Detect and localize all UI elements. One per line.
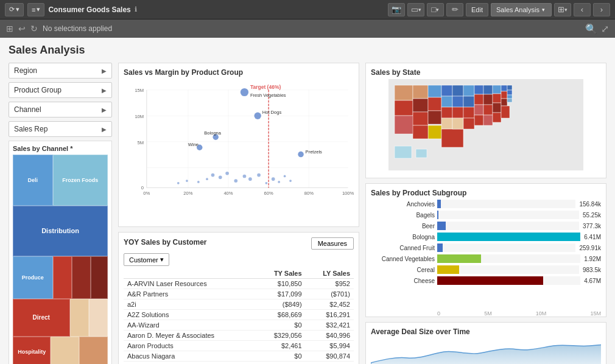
page-button[interactable]: □ ▾ [427, 3, 444, 16]
region-filter[interactable]: Region ▶ [9, 63, 112, 79]
scatter-svg: Target (46%) 15M 10M 5M 0 0% 20% 40% 60%… [124, 79, 354, 210]
pencil-button[interactable]: ✏ [446, 3, 463, 16]
left-panel: Region ▶ Product Group ▶ Channel ▶ Sales… [9, 63, 112, 364]
treemap-frozen-foods[interactable]: Frozen Foods [53, 155, 108, 206]
bar-value: 983.5k [583, 267, 601, 273]
search-button[interactable]: 🔍 [585, 23, 597, 35]
table-header-row: YOY Sales by Customer Measures [124, 237, 354, 250]
table-row[interactable]: AA-Wizard $0 $32,421 [124, 320, 354, 331]
customer-name: A&R Partners [124, 289, 256, 299]
bar-fill [437, 265, 459, 274]
bar-fill [437, 200, 441, 208]
svg-rect-49 [395, 85, 413, 100]
bar-row[interactable]: Cereal 983.5k [371, 265, 601, 274]
treemap-block4 [70, 299, 89, 337]
expand-icon[interactable]: ⊞ [6, 24, 13, 33]
list-menu-button[interactable]: ≡ ▾ [27, 3, 44, 16]
treemap-direct[interactable]: Direct [13, 299, 70, 337]
content-grid: Region ▶ Product Group ▶ Channel ▶ Sales… [9, 63, 606, 357]
measures-button[interactable]: Measures [311, 237, 354, 250]
product-group-filter[interactable]: Product Group ▶ [9, 82, 112, 98]
treemap-block2 [72, 256, 91, 299]
bar-row[interactable]: Canned Fruit 259.91k [371, 243, 601, 252]
bar-fill [437, 243, 443, 252]
svg-point-32 [211, 173, 215, 177]
svg-point-40 [272, 177, 275, 181]
table-row[interactable]: A-ARVIN Laser Resources $10,850 $952 [124, 279, 354, 289]
table-row[interactable]: a2i ($849) $2,452 [124, 299, 354, 310]
treemap-block5 [89, 299, 108, 337]
svg-point-22 [241, 88, 248, 96]
forward-icon[interactable]: ↻ [30, 24, 38, 33]
bar-chart-section: Sales by Product Subgroup Anchovies 156.… [365, 183, 606, 317]
bar-fill [437, 211, 438, 219]
chevron-icon: ▾ [564, 7, 568, 13]
info-icon[interactable]: ℹ [135, 5, 137, 13]
edit-button[interactable]: Edit [466, 3, 488, 16]
bar-row[interactable]: Bologna 6.41M [371, 233, 601, 241]
col-header-ly: LY Sales [306, 268, 354, 279]
svg-point-38 [257, 173, 261, 177]
channel-filter[interactable]: Channel ▶ [9, 102, 112, 117]
sales-rep-filter[interactable]: Sales Rep ▶ [9, 121, 112, 137]
treemap-block3 [91, 256, 108, 299]
bar-chart-area: Anchovies 156.84k Bagels 55.25k Beer 377… [371, 200, 601, 309]
main-content: Sales Analysis Region ▶ Product Group ▶ … [0, 38, 615, 364]
customer-dropdown[interactable]: Customer ▾ [124, 253, 169, 266]
ty-sales: $329,056 [256, 331, 305, 341]
data-table: TY Sales LY Sales A-ARVIN Laser Resource… [124, 268, 354, 362]
refresh-icon: ⟳ [9, 5, 15, 13]
bar-label: Canned Vegetables [371, 256, 435, 262]
svg-rect-67 [463, 107, 474, 118]
table-row[interactable]: Abacus Niagara $0 $90,874 [124, 351, 354, 362]
bar-label: Cheese [371, 278, 435, 284]
scatter-section: Sales vs Margin by Product Group [118, 63, 359, 227]
bar-axis: 0 5M 10M 15M [371, 310, 601, 317]
bar-track [437, 254, 580, 263]
channel-chart: Sales by Channel * Deli Frozen Foods Dis… [9, 141, 112, 364]
table-row[interactable]: Aaron Products $2,461 $5,994 [124, 341, 354, 351]
svg-rect-87 [507, 99, 512, 102]
treemap-produce[interactable]: Produce [13, 256, 53, 299]
bar-value: 4.67M [584, 278, 601, 284]
back-icon[interactable]: ↩ [18, 24, 26, 33]
channel-label: Channel [14, 105, 41, 114]
table-row[interactable]: A&R Partners $17,099 ($701) [124, 289, 354, 299]
yoy-table-title: YOY Sales by Customer [124, 238, 207, 247]
treemap-deli[interactable]: Deli [13, 155, 53, 206]
monitor-button[interactable]: ▭ ▾ [407, 3, 424, 16]
svg-point-41 [278, 181, 280, 183]
svg-point-45 [177, 182, 180, 184]
bar-row[interactable]: Anchovies 156.84k [371, 200, 601, 208]
svg-text:Fresh Vegetables: Fresh Vegetables [250, 93, 286, 98]
treemap-hospitality[interactable]: Hospitality [13, 337, 51, 364]
treemap-distribution[interactable]: Distribution [13, 206, 108, 257]
treemap-block7 [79, 337, 108, 364]
camera-button[interactable]: 📷 [388, 3, 405, 16]
table-row[interactable]: Aaron D. Meyer & Associates $329,056 $40… [124, 331, 354, 341]
bar-track [437, 265, 579, 274]
bar-row[interactable]: Bagels 55.25k [371, 211, 601, 219]
sales-rep-label: Sales Rep [14, 125, 47, 133]
map-area [371, 79, 601, 170]
grid-icon: ⊞ [558, 5, 564, 14]
bar-row[interactable]: Canned Vegetables 1.92M [371, 254, 601, 263]
selection-bar: ⊞ ↩ ↻ No selections applied 🔍 ⤢ [0, 19, 615, 38]
right-panel: Sales by State [365, 63, 606, 364]
bar-row[interactable]: Cheese 4.67M [371, 276, 601, 285]
nav-fwd-button[interactable]: › [593, 3, 610, 16]
view-icon-btn[interactable]: ⊞ ▾ [554, 3, 571, 16]
svg-point-30 [298, 152, 303, 157]
svg-rect-63 [452, 96, 463, 107]
app-title: Consumer Goods Sales [48, 5, 130, 14]
nav-back-button[interactable]: ‹ [574, 3, 591, 16]
bar-row[interactable]: Beer 377.3k [371, 222, 601, 230]
svg-text:0%: 0% [143, 191, 150, 196]
view-selector[interactable]: Sales Analysis ▾ [491, 3, 552, 16]
app-menu-button[interactable]: ⟳ ▾ [5, 3, 24, 16]
svg-rect-71 [474, 115, 483, 125]
table-row[interactable]: A2Z Solutions $68,669 $16,291 [124, 310, 354, 320]
chevron-icon: ▾ [16, 5, 19, 13]
svg-point-33 [219, 176, 222, 180]
fullscreen-button[interactable]: ⤢ [601, 23, 609, 35]
